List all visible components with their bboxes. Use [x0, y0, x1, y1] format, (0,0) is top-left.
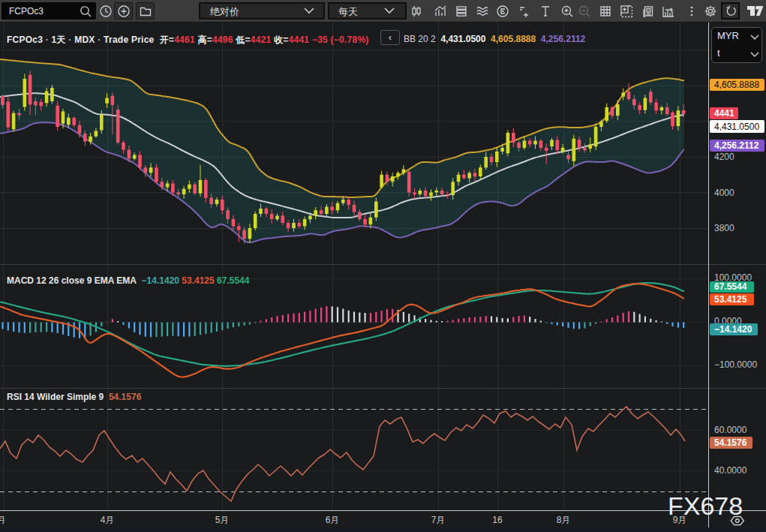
svg-text:4,256.2112: 4,256.2112 — [714, 140, 759, 151]
svg-text:4441: 4441 — [714, 108, 734, 119]
svg-text:−14.1420: −14.1420 — [714, 324, 752, 335]
svg-text:7月: 7月 — [431, 515, 446, 525]
svg-text:6月: 6月 — [326, 515, 340, 525]
svg-text:67.5544: 67.5544 — [714, 281, 747, 292]
svg-text:月: 月 — [0, 515, 6, 525]
svg-text:4200: 4200 — [714, 152, 734, 162]
svg-text:4月: 4月 — [101, 515, 115, 525]
svg-text:4000: 4000 — [714, 188, 734, 198]
svg-text:53.4125: 53.4125 — [714, 294, 747, 305]
svg-text:3800: 3800 — [714, 223, 734, 233]
svg-text:40.0000: 40.0000 — [714, 465, 747, 476]
svg-text:4,431.0500: 4,431.0500 — [714, 122, 759, 132]
svg-text:−100.0000: −100.0000 — [714, 359, 757, 370]
svg-text:8月: 8月 — [557, 515, 571, 525]
svg-text:16: 16 — [492, 515, 503, 525]
svg-text:60.0000: 60.0000 — [714, 425, 747, 435]
svg-text:54.1576: 54.1576 — [714, 437, 747, 448]
svg-text:4,605.8888: 4,605.8888 — [714, 80, 759, 90]
svg-text:5月: 5月 — [215, 515, 230, 525]
svg-text:9月: 9月 — [673, 515, 687, 525]
